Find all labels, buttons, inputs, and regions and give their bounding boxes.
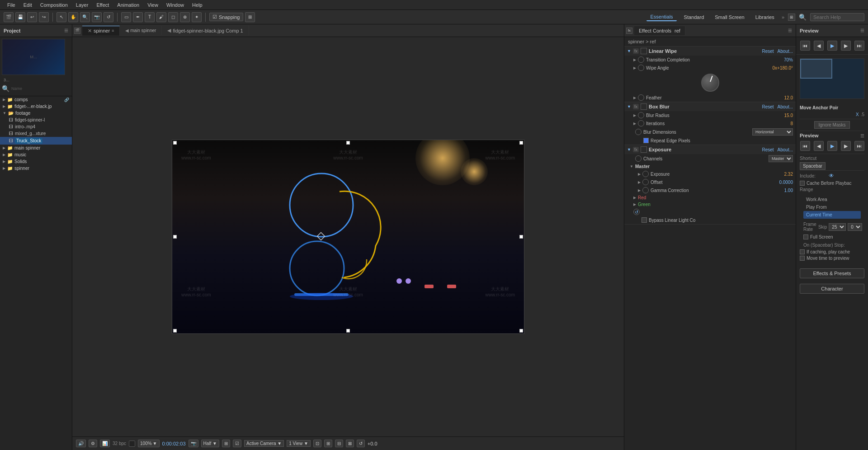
menu-composition[interactable]: Composition <box>37 1 71 9</box>
repeat-edge-row[interactable]: Repeat Edge Pixels <box>624 136 796 145</box>
blur-radius-row[interactable]: ▶ Blur Radius 15.0 <box>624 111 796 119</box>
cache-checkbox[interactable] <box>800 181 805 186</box>
redo-btn[interactable]: ↪ <box>39 12 49 22</box>
item-intro-mp4[interactable]: 🎞 intro-.mp4 <box>0 123 72 130</box>
iterations-value[interactable]: 8 <box>790 121 793 126</box>
preview-prev-btn[interactable]: ◀ <box>814 141 824 151</box>
rectangle-tool[interactable]: ▭ <box>121 12 131 22</box>
box-blur-expand[interactable]: ▼ <box>627 104 631 109</box>
master-group-row[interactable]: ▼ Master <box>624 163 796 170</box>
rotate-tool[interactable]: ↺ <box>104 12 113 22</box>
quality-btn[interactable]: Half ▼ <box>201 440 219 447</box>
red-row[interactable]: ▶ Red <box>624 194 796 201</box>
exposure-expand[interactable]: ▼ <box>627 147 631 152</box>
effects-presets-btn[interactable]: Effects & Presets <box>800 268 864 278</box>
offset-anim-icon[interactable] <box>642 179 649 185</box>
linear-wipe-about[interactable]: About... <box>778 49 793 54</box>
anchor-tr[interactable] <box>832 59 864 79</box>
save-btn[interactable]: 💾 <box>15 12 25 22</box>
linear-wipe-header[interactable]: ▼ fx Linear Wipe Reset About... <box>624 47 796 56</box>
red-arrow[interactable]: ▶ <box>633 196 636 200</box>
linear-wipe-toggle[interactable] <box>641 48 647 54</box>
bg-color-btn[interactable] <box>129 441 135 447</box>
bit-depth-label[interactable]: 32 bpc <box>113 441 126 446</box>
comp-tab-spinner[interactable]: ✕ spinner ≡ <box>82 26 120 36</box>
if-caching-checkbox[interactable] <box>800 249 805 254</box>
selection-tool[interactable]: ↖ <box>57 12 66 22</box>
x-close-btn[interactable]: X <box>856 112 859 117</box>
views-select[interactable]: 1 View ▼ <box>287 440 311 447</box>
blur-radius-value[interactable]: 15.0 <box>784 113 793 118</box>
menu-file[interactable]: File <box>4 1 19 9</box>
exposure-toggle[interactable] <box>641 146 647 153</box>
preview-last-btn[interactable]: ⏭ <box>854 141 864 151</box>
comp-tab-main-spinner[interactable]: ◀ main spinner <box>120 26 162 35</box>
exposure-reset[interactable]: Reset <box>762 147 774 152</box>
blur-dim-select[interactable]: Horizontal Vertical Horizontal and Verti… <box>752 128 793 136</box>
view-toggle-btn[interactable]: ⊞ <box>222 440 230 447</box>
preview-next-btn[interactable]: ▶ <box>841 141 851 151</box>
help-search-input[interactable] <box>810 13 864 21</box>
comp-tab-fidget[interactable]: ◀ fidget-spinner-black.jpg Comp 1 <box>162 26 249 35</box>
preview-menu-btn[interactable]: ☰ <box>860 28 864 33</box>
bypass-row[interactable]: Bypass Linear Light Co <box>624 216 796 224</box>
spacebar-btn[interactable]: Spacebar <box>800 162 826 170</box>
anchor-tl[interactable] <box>800 59 832 79</box>
exposure-val-value[interactable]: 2.32 <box>784 172 793 177</box>
workspace-more-btn[interactable]: » <box>782 14 784 20</box>
effect-tab-controls[interactable]: Effect Controls ref <box>634 26 685 35</box>
exposure-val-anim-icon[interactable] <box>642 171 649 177</box>
repeat-edge-checkbox[interactable] <box>643 138 649 143</box>
play-option-work-area[interactable]: Work Area <box>803 196 861 203</box>
transition-anim-icon[interactable] <box>638 56 644 63</box>
puppet-tool[interactable]: ✦ <box>192 12 202 22</box>
cycle-icon[interactable]: ↺ <box>633 209 640 215</box>
wipe-angle-knob[interactable] <box>701 74 719 92</box>
folder-footage[interactable]: ▼ 📂 footage <box>0 110 72 117</box>
grid-btn[interactable]: ⊞ <box>324 440 332 447</box>
handle-left[interactable] <box>173 235 177 239</box>
preview-section-menu[interactable]: ☰ <box>860 133 864 138</box>
offset-value[interactable]: +0.0 <box>368 441 377 446</box>
feather-value[interactable]: 12.0 <box>784 95 793 100</box>
channels-row[interactable]: Channels Master Red Green Blue <box>624 154 796 163</box>
handle-bl[interactable] <box>173 329 177 333</box>
first-frame-btn[interactable]: ⏮ <box>800 41 810 51</box>
comp-panel-icon[interactable]: 🎬 <box>74 28 80 34</box>
anchor-bl[interactable] <box>800 79 832 98</box>
blur-radius-anim-icon[interactable] <box>638 112 644 118</box>
guides-btn[interactable]: ⊟ <box>335 440 343 447</box>
handle-top[interactable] <box>346 141 350 145</box>
blur-dim-anim-icon[interactable] <box>635 129 642 135</box>
folder-music[interactable]: ▶ 📁 music <box>0 151 72 158</box>
handle-tl[interactable] <box>173 141 177 145</box>
full-screen-checkbox[interactable] <box>803 234 808 239</box>
folder-solids[interactable]: ▶ 📁 Solids <box>0 158 72 165</box>
box-blur-reset[interactable]: Reset <box>762 104 774 109</box>
wipe-angle-row[interactable]: ▶ Wipe Angle 0x+180.0° <box>624 64 796 72</box>
pen-tool[interactable]: ✒ <box>133 12 143 22</box>
iterations-anim-icon[interactable] <box>638 120 644 127</box>
move-time-checkbox[interactable] <box>800 256 805 261</box>
transition-completion-value[interactable]: 70% <box>784 57 793 62</box>
gamma-anim-icon[interactable] <box>642 187 649 193</box>
box-blur-toggle[interactable] <box>641 103 647 110</box>
comp-settings-btn[interactable]: ⚙ <box>89 440 97 447</box>
folder-main-spinner[interactable]: ▶ 📁 main spinner <box>0 145 72 151</box>
green-arrow[interactable]: ▶ <box>633 202 636 206</box>
linear-wipe-expand[interactable]: ▼ <box>627 49 631 53</box>
cache-row[interactable]: Cache Before Playbac <box>800 181 864 186</box>
character-btn[interactable]: Character <box>800 284 864 294</box>
offset-row[interactable]: ▶ Offset 0.0000 <box>624 178 796 186</box>
proportional-grid-btn[interactable]: ⊞ <box>245 12 255 22</box>
feather-anim-icon[interactable] <box>638 94 644 101</box>
channels-select[interactable]: Master Red Green Blue <box>769 155 793 162</box>
roi-btn[interactable]: ⊡ <box>313 440 321 447</box>
exposure-value-row[interactable]: ▶ Exposure 2.32 <box>624 170 796 178</box>
hand-tool[interactable]: ✋ <box>68 12 78 22</box>
feather-row[interactable]: ▶ Feather 12.0 <box>624 94 796 102</box>
exposure-header[interactable]: ▼ fx Exposure Reset About... <box>624 145 796 154</box>
play-option-current-time[interactable]: Current Time <box>803 211 861 219</box>
offset-value[interactable]: 0.0000 <box>779 180 793 185</box>
menu-animation[interactable]: Animation <box>113 1 143 9</box>
